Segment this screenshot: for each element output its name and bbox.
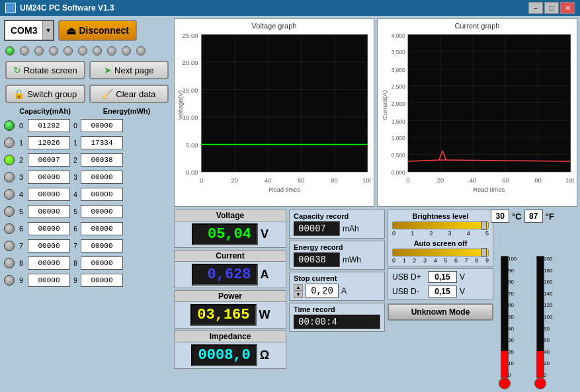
row-separator: 3	[73, 174, 78, 181]
svg-text:3,500: 3,500	[392, 49, 405, 56]
autoscreen-slider-row[interactable]	[392, 249, 489, 256]
row-right-value: 17334	[81, 136, 123, 149]
svg-text:40: 40	[470, 176, 476, 184]
usb-dminus-row: USB D- 0,15 V	[392, 286, 489, 297]
celsius-value: 30	[491, 210, 509, 223]
row-right-value: 00000	[81, 222, 123, 235]
capacity-record-label: Capacity record	[294, 212, 380, 220]
svg-text:0: 0	[406, 176, 409, 184]
rotate-screen-button[interactable]: ↻ Rotate screen	[5, 61, 85, 79]
stop-current-block: Stop current ▲ ▼ 0,20 A	[289, 272, 385, 301]
row-index: 8	[17, 259, 25, 267]
status-dot-5	[78, 46, 87, 56]
row-left-dot	[4, 206, 15, 217]
svg-text:0,00: 0,00	[186, 169, 198, 176]
autoscreen-slider-track[interactable]	[392, 249, 489, 256]
row-left-dot	[4, 189, 15, 200]
next-page-button[interactable]: ➤ Next page	[89, 61, 169, 79]
brightness-slider-track[interactable]	[392, 221, 489, 229]
status-dot-1	[20, 46, 29, 56]
brightness-slider-thumb[interactable]	[481, 221, 487, 230]
svg-text:40: 40	[265, 176, 271, 184]
row-index: 4	[17, 190, 25, 198]
row-left-value: 01282	[28, 119, 70, 132]
disconnect-button[interactable]: ⏏ Disconnect	[58, 20, 136, 41]
row-index: 7	[17, 242, 25, 250]
switch-group-button[interactable]: 🔒 Switch group	[5, 85, 85, 103]
row-index: 6	[17, 225, 25, 233]
brightness-block: Brightness level 012345 Auto screen off	[388, 210, 493, 266]
data-row: 9 00000 9 00000	[4, 272, 170, 288]
row-index: 5	[17, 208, 25, 216]
stop-current-label: Stop current	[294, 274, 380, 282]
status-dot-7	[107, 46, 116, 56]
unknown-mode-button[interactable]: Unknown Mode	[388, 303, 493, 321]
thermometer-panel: 30 °C 87 °F 100908070	[496, 210, 549, 389]
svg-text:0,500: 0,500	[392, 152, 405, 159]
svg-rect-0	[202, 34, 368, 172]
stop-current-down[interactable]: ▼	[294, 292, 303, 298]
row-right-value: 00038	[81, 153, 123, 167]
svg-text:Read times: Read times	[473, 186, 505, 193]
lock-icon: 🔒	[13, 89, 24, 99]
status-dot-4	[63, 46, 73, 56]
minimize-button[interactable]: −	[528, 2, 543, 14]
row-separator: 2	[73, 157, 78, 164]
row-left-value: 00000	[28, 239, 70, 253]
status-dot-3	[49, 46, 58, 56]
celsius-unit: °C	[512, 212, 522, 221]
next-icon: ➤	[104, 65, 112, 75]
impedance-label: Impedance	[175, 331, 286, 342]
stop-current-value[interactable]: 0,20	[306, 284, 339, 298]
stop-current-up[interactable]: ▲	[294, 284, 303, 291]
com-port-value: COM3	[5, 21, 42, 40]
com-port-dropdown-icon[interactable]: ▼	[42, 21, 53, 40]
row-index: 1	[17, 139, 25, 147]
impedance-unit: Ω	[260, 348, 269, 362]
fahrenheit-bulb	[534, 377, 546, 389]
status-dot-0	[5, 46, 15, 56]
svg-text:20,00: 20,00	[183, 59, 198, 66]
usb-dplus-value: 0,15	[428, 271, 457, 283]
row-separator: 1	[73, 139, 78, 147]
row-left-value: 00000	[28, 256, 70, 270]
com-port-selector[interactable]: COM3 ▼	[4, 20, 54, 41]
autoscreen-slider-thumb[interactable]	[481, 248, 487, 257]
close-button[interactable]: ✕	[560, 2, 575, 14]
voltage-unit: V	[261, 227, 269, 241]
stop-current-spinbox[interactable]: ▲ ▼	[294, 284, 303, 298]
maximize-button[interactable]: □	[544, 2, 559, 14]
power-label: Power	[175, 291, 286, 302]
svg-text:4,000: 4,000	[392, 32, 405, 39]
clear-data-button[interactable]: 🧹 Clear data	[89, 85, 169, 103]
row-left-value: 12026	[28, 136, 70, 149]
capacity-record-block: Capacity record 00007 mAh	[289, 210, 385, 239]
app-title: UM24C PC Software V1.3	[20, 3, 114, 13]
svg-text:Voltage(V): Voltage(V)	[177, 90, 184, 120]
brightness-slider-row[interactable]	[392, 221, 489, 229]
top-controls: COM3 ▼ ⏏ Disconnect	[3, 19, 171, 42]
row-separator: 5	[73, 208, 78, 216]
row-left-value: 00000	[28, 222, 70, 235]
celsius-scale-labels: 1009080706050403020100	[508, 256, 517, 378]
current-unit: A	[261, 268, 269, 282]
settings-panel: Brightness level 012345 Auto screen off	[388, 210, 493, 389]
row-index: 9	[17, 276, 25, 284]
data-rows-container: 0 01282 0 00000 1 12026 1 17334 2 00007 …	[3, 118, 171, 288]
svg-text:20: 20	[231, 176, 238, 184]
status-dot-8	[122, 46, 131, 56]
row-left-value: 00000	[28, 188, 70, 201]
status-dot-6	[93, 46, 102, 56]
data-row: 3 00000 3 00000	[4, 169, 170, 185]
energy-record-value: 00038	[294, 253, 340, 267]
power-measurement: Power 03,165 W	[174, 290, 286, 329]
svg-text:80: 80	[331, 176, 337, 184]
disconnect-icon: ⏏	[66, 24, 76, 37]
power-unit: W	[259, 308, 270, 322]
svg-text:3,000: 3,000	[392, 67, 405, 73]
svg-text:0,000: 0,000	[392, 169, 405, 176]
disconnect-label: Disconnect	[79, 25, 128, 36]
row-right-value: 00000	[81, 239, 123, 253]
current-graph-title: Current graph	[380, 22, 574, 30]
voltage-label: Voltage	[175, 210, 286, 221]
